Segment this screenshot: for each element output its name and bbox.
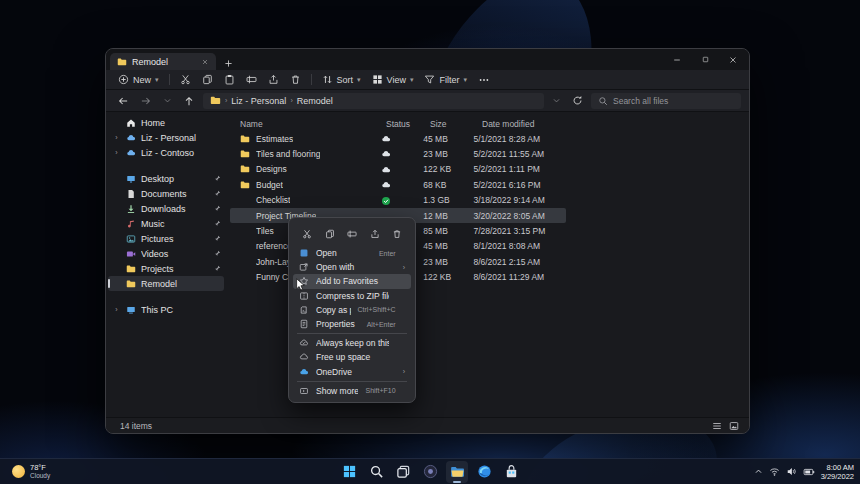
- taskbar-app-icon[interactable]: [473, 461, 495, 483]
- sidebar-item[interactable]: › Projects: [108, 261, 224, 276]
- rename-button[interactable]: [242, 72, 261, 87]
- delete-button[interactable]: [286, 72, 305, 87]
- up-button[interactable]: [180, 94, 198, 108]
- new-button[interactable]: New ▾: [114, 72, 163, 87]
- taskbar-app-icon[interactable]: [392, 461, 414, 483]
- quick-action-button[interactable]: [325, 224, 335, 242]
- context-menu-item[interactable]: Always keep on this device ›: [293, 336, 411, 350]
- chevron-right-icon[interactable]: ›: [112, 134, 121, 141]
- taskbar-app-icon[interactable]: [500, 461, 522, 483]
- quick-action-button[interactable]: [302, 224, 312, 242]
- search-box[interactable]: [591, 93, 741, 109]
- taskbar-app-icon[interactable]: [446, 461, 468, 483]
- wifi-icon[interactable]: [769, 466, 780, 477]
- context-menu-item[interactable]: Open Enter ›: [293, 246, 411, 260]
- sidebar-item[interactable]: › Home: [108, 115, 224, 130]
- volume-icon[interactable]: [786, 466, 797, 477]
- hidden-icons-chevron[interactable]: [754, 467, 763, 476]
- taskbar-app-icon[interactable]: [338, 461, 360, 483]
- sidebar-item[interactable]: › This PC: [108, 302, 224, 317]
- column-header-name[interactable]: Name: [230, 119, 386, 129]
- breadcrumb[interactable]: › Liz - Personal › Remodel: [203, 93, 544, 109]
- chevron-down-icon: [163, 96, 172, 105]
- taskbar-app-icon[interactable]: [365, 461, 387, 483]
- cut-button[interactable]: [176, 72, 195, 87]
- context-menu-item[interactable]: Show more options Shift+F10 ›: [293, 384, 411, 398]
- share-button[interactable]: [264, 72, 283, 87]
- sidebar-item[interactable]: › Desktop: [108, 171, 224, 186]
- column-headers: Name Status Size Date modified: [230, 116, 749, 131]
- sidebar-item[interactable]: › Liz - Personal: [108, 130, 224, 145]
- context-menu-item[interactable]: Copy as path Ctrl+Shift+C ›: [293, 303, 411, 317]
- sidebar-item[interactable]: › Liz - Contoso: [108, 145, 224, 160]
- menu-item-icon: [299, 352, 309, 362]
- more-options-button[interactable]: [474, 72, 494, 88]
- sidebar-item-label: Music: [141, 219, 209, 229]
- quick-action-button[interactable]: [347, 224, 357, 242]
- column-header-status[interactable]: Status: [386, 119, 430, 129]
- breadcrumb-segment[interactable]: Remodel: [297, 96, 333, 106]
- menu-item-shortcut: Ctrl+Shift+C: [358, 306, 396, 313]
- sidebar-item-icon: [126, 204, 136, 214]
- sidebar-item[interactable]: › Remodel: [108, 276, 224, 291]
- refresh-button[interactable]: [569, 94, 586, 107]
- file-row[interactable]: Designs 122 KB 5/2/2021 1:11 PM: [230, 162, 566, 177]
- quick-action-button[interactable]: [392, 224, 402, 242]
- pin-icon: [214, 220, 221, 227]
- tab-close-icon[interactable]: [201, 57, 209, 66]
- thumbnails-view-icon[interactable]: [729, 421, 739, 431]
- context-menu-item[interactable]: Free up space ›: [293, 350, 411, 364]
- minimize-button[interactable]: [663, 51, 691, 68]
- sidebar-item[interactable]: › Documents: [108, 186, 224, 201]
- address-bar: › Liz - Personal › Remodel: [106, 90, 749, 112]
- chevron-right-icon[interactable]: ›: [112, 149, 121, 156]
- battery-icon[interactable]: [803, 466, 815, 478]
- file-date-modified: 8/1/2021 8:08 AM: [473, 241, 566, 251]
- sidebar-item[interactable]: › Music: [108, 216, 224, 231]
- copy-button[interactable]: [198, 72, 217, 87]
- filter-button[interactable]: Filter ▾: [420, 72, 471, 87]
- paste-button[interactable]: [220, 72, 239, 87]
- context-menu-item[interactable]: Add to Favorites ›: [293, 274, 411, 288]
- view-button[interactable]: View ▾: [368, 72, 418, 87]
- taskbar-app-icon[interactable]: [419, 461, 441, 483]
- tab-remodel[interactable]: Remodel: [110, 53, 216, 70]
- close-button[interactable]: [719, 51, 747, 68]
- file-row[interactable]: Checklist 1.3 GB 3/18/2022 9:14 AM: [230, 193, 566, 208]
- quick-action-icon: [302, 229, 312, 239]
- forward-button[interactable]: [137, 94, 155, 108]
- recent-locations-button[interactable]: [160, 95, 175, 106]
- file-size: 68 KB: [423, 180, 473, 190]
- sort-button[interactable]: Sort ▾: [318, 72, 365, 87]
- menu-item-label: Show more options: [316, 386, 358, 396]
- details-view-icon[interactable]: [712, 421, 722, 431]
- file-date-modified: 5/2/2021 1:11 PM: [473, 164, 566, 174]
- context-menu-item[interactable]: Properties Alt+Enter ›: [293, 317, 411, 331]
- chevron-right-icon[interactable]: ›: [112, 306, 121, 313]
- weather-widget[interactable]: 78°F Cloudy: [12, 464, 50, 479]
- sidebar-item[interactable]: › Downloads: [108, 201, 224, 216]
- quick-action-button[interactable]: [370, 224, 380, 242]
- back-button[interactable]: [114, 94, 132, 108]
- search-input[interactable]: [613, 96, 723, 106]
- breadcrumb-segment[interactable]: Liz - Personal: [231, 96, 286, 106]
- file-row[interactable]: Budget 68 KB 5/2/2021 6:16 PM: [230, 177, 566, 192]
- new-tab-button[interactable]: [216, 56, 241, 70]
- context-menu-item[interactable]: Compress to ZIP file ›: [293, 289, 411, 303]
- column-header-size[interactable]: Size: [430, 119, 482, 129]
- file-row[interactable]: Tiles and flooring 23 MB 5/2/2021 11:55 …: [230, 146, 566, 161]
- address-dropdown-button[interactable]: [549, 95, 564, 106]
- maximize-button[interactable]: [691, 51, 719, 68]
- delete-icon: [290, 74, 301, 85]
- menu-item-label: Open: [316, 248, 372, 258]
- filter-label: Filter: [439, 75, 459, 85]
- sidebar-item[interactable]: › Pictures: [108, 231, 224, 246]
- file-row[interactable]: Estimates 45 MB 5/1/2021 8:28 AM: [230, 131, 566, 146]
- column-header-date[interactable]: Date modified: [482, 119, 578, 129]
- context-menu-item[interactable]: OneDrive ›: [293, 365, 411, 379]
- file-type-icon: [240, 180, 250, 190]
- context-menu-item[interactable]: Open with ›: [293, 260, 411, 274]
- sidebar-item[interactable]: › Videos: [108, 246, 224, 261]
- pin-icon: [214, 235, 221, 242]
- clock[interactable]: 8:00 AM 3/29/2022: [821, 463, 854, 481]
